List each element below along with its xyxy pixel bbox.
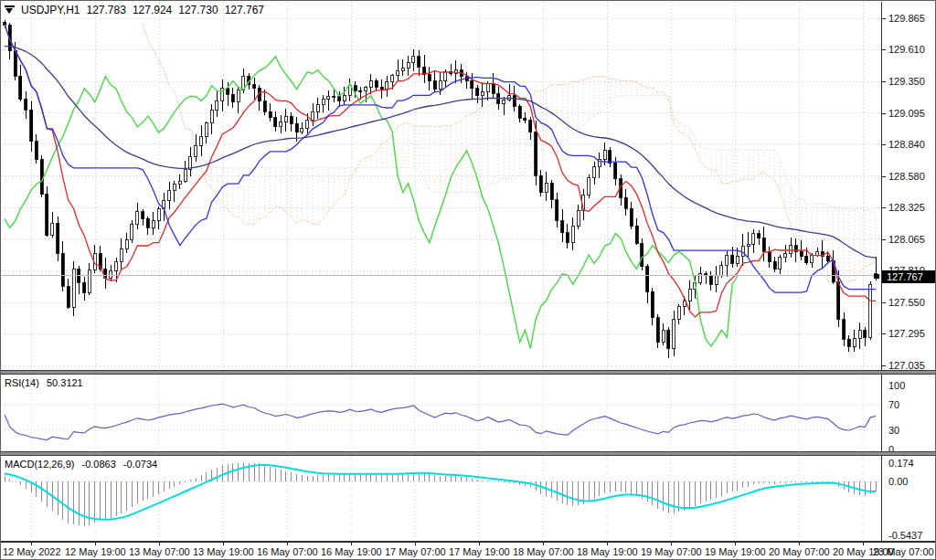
main-chart-canvas[interactable]	[1, 2, 881, 370]
candle	[61, 253, 64, 286]
time-axis-label: 23 May 07:00	[873, 546, 934, 557]
candle	[333, 96, 335, 97]
candle	[216, 100, 218, 110]
candle	[88, 270, 90, 293]
candle	[46, 195, 48, 236]
candle	[545, 184, 548, 193]
candle	[120, 249, 122, 261]
candle	[577, 211, 580, 227]
chart-dropdown-icon[interactable]	[5, 5, 15, 15]
candle	[486, 84, 489, 92]
candle	[348, 86, 351, 96]
rsi-value: 50.3121	[47, 377, 83, 388]
macd-name: MACD(12,26,9)	[5, 459, 74, 470]
candle	[40, 160, 43, 195]
time-tick-mark	[799, 543, 800, 545]
candle	[476, 89, 479, 96]
time-tick-mark	[159, 543, 160, 545]
current-price-value: 127.767	[887, 271, 923, 282]
chart-header: USDJPY,H1 127.783 127.924 127.730 127.76…	[5, 4, 271, 16]
macd-axis[interactable]: 0.1740.00-0.5437	[881, 456, 936, 541]
time-tick-mark	[543, 543, 544, 545]
time-axis-label: 13 May 19:00	[193, 546, 254, 557]
main-chart-panel: 129.865129.610129.350129.095128.840128.5…	[1, 2, 935, 370]
candle	[375, 81, 378, 88]
candle	[343, 96, 346, 100]
candle	[444, 72, 447, 80]
price-tick-mark	[882, 18, 886, 19]
candle	[152, 221, 154, 227]
current-price-label: 127.767	[882, 270, 936, 283]
candle	[556, 200, 558, 221]
candle	[365, 88, 367, 91]
candle	[25, 100, 27, 110]
price-tick-label: 129.350	[888, 76, 925, 88]
candle	[646, 267, 649, 292]
candle	[805, 257, 808, 263]
rsi-axis[interactable]: 10070300	[881, 375, 936, 451]
candle	[731, 255, 734, 263]
candle	[391, 75, 394, 81]
candle	[752, 234, 755, 244]
candle	[35, 142, 37, 160]
candle	[67, 286, 69, 307]
candle	[407, 63, 410, 69]
candle	[369, 81, 372, 88]
price-tick-mark	[882, 176, 886, 177]
candle	[274, 118, 277, 127]
price-tick-label: 127.295	[888, 328, 925, 340]
ohlc-close: 127.767	[225, 4, 264, 16]
candle	[624, 197, 627, 208]
candle	[280, 122, 282, 127]
price-tick-mark	[882, 333, 886, 334]
time-tick-mark	[287, 543, 288, 545]
rsi-canvas[interactable]	[1, 375, 881, 451]
time-axis-label: 19 May 07:00	[641, 546, 702, 557]
candle	[524, 118, 526, 120]
rsi-header: RSI(14) 50.3121	[5, 377, 88, 388]
candle	[641, 244, 644, 267]
time-tick-mark	[95, 543, 96, 545]
price-tick-label: 128.580	[888, 171, 925, 183]
candle	[715, 276, 718, 284]
time-axis[interactable]: 12 May 202212 May 19:0013 May 07:0013 Ma…	[1, 541, 935, 560]
candle	[380, 87, 383, 90]
senkou-b-line	[143, 25, 876, 216]
candle	[401, 69, 404, 71]
candle	[195, 145, 197, 156]
candle	[588, 178, 590, 195]
candle	[539, 175, 542, 192]
rsi-tick-label: 70	[888, 399, 899, 411]
candle	[864, 330, 867, 337]
candle	[269, 111, 271, 117]
candle	[142, 212, 144, 218]
rsi-line	[5, 404, 876, 440]
candle	[503, 100, 505, 103]
candle	[30, 110, 33, 142]
symbol-period-label: USDJPY,H1	[21, 4, 80, 16]
candle	[773, 261, 776, 269]
candle	[178, 181, 181, 184]
candle	[115, 261, 118, 270]
rsi-tick-label: 30	[888, 425, 899, 437]
candle	[492, 84, 495, 94]
time-axis-label: 17 May 07:00	[385, 546, 446, 557]
candle	[301, 129, 303, 132]
candle	[200, 136, 203, 145]
price-tick-label: 128.325	[888, 202, 925, 214]
candle	[439, 80, 441, 89]
candle	[847, 339, 850, 346]
candle	[412, 57, 415, 63]
time-tick-mark	[735, 543, 736, 545]
price-tick-mark	[882, 81, 886, 82]
candle	[386, 82, 388, 90]
candle	[433, 81, 436, 90]
candle	[237, 90, 239, 101]
candle	[157, 209, 160, 221]
candle	[173, 184, 176, 190]
candle	[673, 320, 675, 349]
candle	[609, 151, 612, 164]
candle	[566, 233, 569, 243]
price-axis[interactable]: 129.865129.610129.350129.095128.840128.5…	[881, 2, 936, 370]
time-tick-mark	[671, 543, 672, 545]
